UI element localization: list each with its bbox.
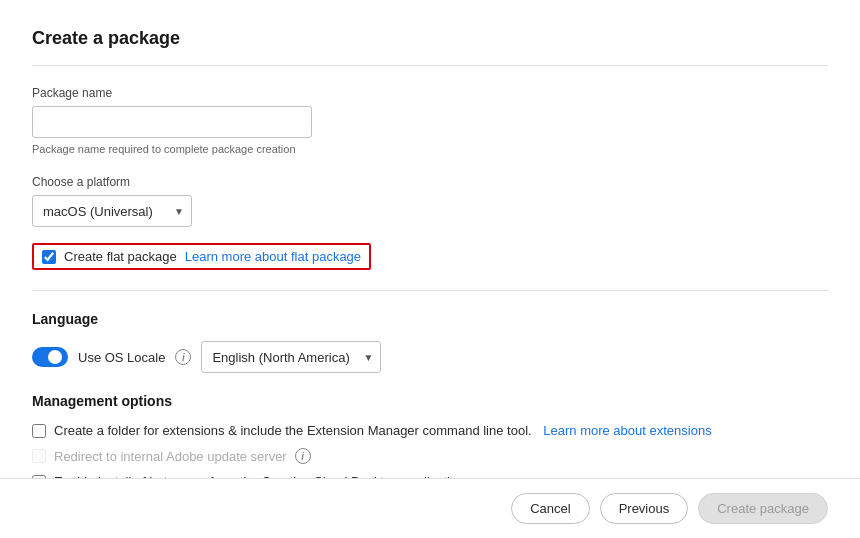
package-name-section: Package name Package name required to co… (32, 86, 828, 155)
language-heading: Language (32, 311, 828, 327)
platform-section: Choose a platform macOS (Universal) Wind… (32, 175, 828, 227)
update-server-label: Redirect to internal Adobe update server (54, 449, 287, 464)
extensions-label: Create a folder for extensions & include… (54, 423, 535, 438)
extensions-checkbox[interactable] (32, 424, 46, 438)
language-section: Language Use OS Locale i English (North … (32, 311, 828, 373)
os-locale-toggle[interactable] (32, 347, 68, 367)
header-divider (32, 65, 828, 66)
page-container: Create a package Package name Package na… (0, 0, 860, 538)
page-title: Create a package (32, 28, 828, 49)
platform-select[interactable]: macOS (Universal) Windows (64 bit) Windo… (32, 195, 192, 227)
extensions-link[interactable]: Learn more about extensions (543, 423, 711, 438)
previous-button[interactable]: Previous (600, 493, 689, 524)
footer: Cancel Previous Create package (0, 478, 860, 538)
toggle-slider (32, 347, 68, 367)
flat-package-checkbox[interactable] (42, 250, 56, 264)
package-name-label: Package name (32, 86, 828, 100)
language-row: Use OS Locale i English (North America) … (32, 341, 828, 373)
flat-package-label: Create flat package (64, 249, 177, 264)
cancel-button[interactable]: Cancel (511, 493, 589, 524)
os-locale-info-icon: i (175, 349, 191, 365)
platform-label: Choose a platform (32, 175, 828, 189)
update-server-option-row: Redirect to internal Adobe update server… (32, 448, 828, 464)
update-server-info-icon: i (295, 448, 311, 464)
package-name-input[interactable] (32, 106, 312, 138)
create-package-button[interactable]: Create package (698, 493, 828, 524)
flat-package-row: Create flat package Learn more about fla… (32, 243, 371, 270)
extensions-option-row: Create a folder for extensions & include… (32, 423, 828, 438)
flat-package-link[interactable]: Learn more about flat package (185, 249, 361, 264)
locale-select-wrapper: English (North America) English (UK) Fre… (201, 341, 381, 373)
platform-select-wrapper: macOS (Universal) Windows (64 bit) Windo… (32, 195, 192, 227)
package-name-hint: Package name required to complete packag… (32, 143, 828, 155)
update-server-checkbox[interactable] (32, 449, 46, 463)
update-server-checkbox-row: Redirect to internal Adobe update server… (32, 448, 311, 464)
os-locale-label: Use OS Locale (78, 350, 165, 365)
extensions-checkbox-row: Create a folder for extensions & include… (32, 423, 712, 438)
language-divider (32, 290, 828, 291)
management-heading: Management options (32, 393, 828, 409)
locale-select[interactable]: English (North America) English (UK) Fre… (201, 341, 381, 373)
